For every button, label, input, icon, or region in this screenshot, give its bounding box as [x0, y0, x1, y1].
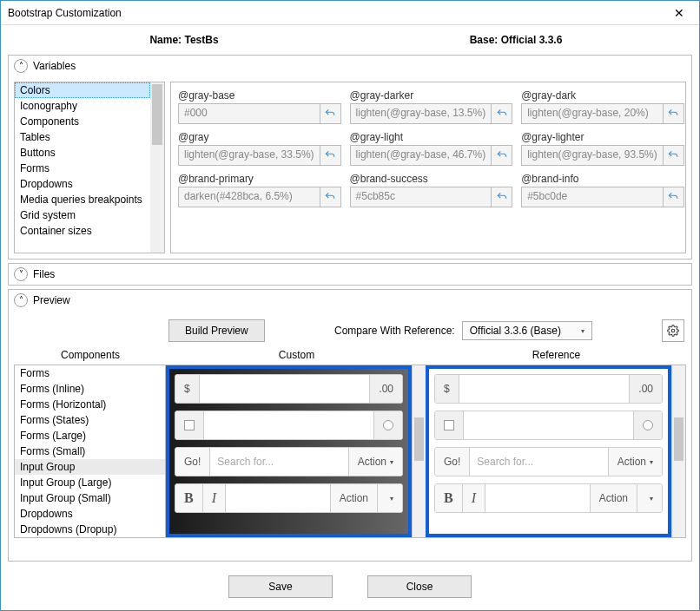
component-item[interactable]: Input Group: [15, 459, 165, 475]
save-button[interactable]: Save: [228, 575, 333, 598]
component-list[interactable]: FormsForms (Inline)Forms (Horizontal)For…: [15, 365, 166, 537]
variable-item: @graylighten(@gray-base, 33.5%): [178, 131, 341, 166]
undo-icon[interactable]: [663, 146, 683, 165]
name-value: TestBs: [184, 34, 218, 46]
reference-selected: Official 3.3.6 (Base): [470, 325, 561, 337]
build-preview-button[interactable]: Build Preview: [168, 319, 265, 342]
addon-radio[interactable]: [633, 411, 662, 439]
component-item[interactable]: Dropdowns: [15, 506, 165, 522]
undo-icon[interactable]: [320, 187, 340, 207]
variable-input[interactable]: lighten(@gray-base, 20%): [521, 103, 684, 124]
variable-category-item[interactable]: Grid system: [15, 207, 150, 223]
files-section: ˅ Files: [8, 263, 692, 286]
variable-category-item[interactable]: Media queries breakpoints: [15, 192, 150, 207]
variable-category-item[interactable]: Iconography: [15, 98, 150, 114]
input-group-currency[interactable]: $.00: [175, 374, 403, 404]
variable-item: @brand-success#5cb85c: [350, 173, 513, 207]
go-button[interactable]: Go!: [175, 448, 210, 476]
italic-button[interactable]: I: [203, 484, 226, 512]
variable-category-item[interactable]: Components: [15, 114, 150, 129]
input-group-check-radio[interactable]: [175, 411, 403, 440]
files-header[interactable]: ˅ Files: [9, 264, 691, 285]
italic-button[interactable]: I: [463, 484, 485, 512]
action-dropdown[interactable]: Action: [330, 484, 377, 512]
variable-input[interactable]: #5cb85c: [350, 187, 513, 207]
variable-category-item[interactable]: Dropdowns: [15, 176, 150, 192]
dropdown-caret-button[interactable]: ▾: [377, 484, 402, 512]
variable-input[interactable]: darken(#428bca, 6.5%): [178, 187, 341, 207]
undo-icon[interactable]: [320, 146, 340, 165]
component-item[interactable]: Forms (Horizontal): [15, 397, 165, 412]
addon-radio[interactable]: [373, 411, 402, 439]
variable-input[interactable]: lighten(@gray-base, 93.5%): [521, 145, 684, 166]
text-input[interactable]: [464, 411, 633, 439]
go-button[interactable]: Go!: [435, 448, 470, 476]
component-item[interactable]: Dropdowns (Dropup): [15, 522, 165, 537]
close-button[interactable]: Close: [367, 575, 472, 598]
settings-button[interactable]: [662, 319, 684, 342]
scrollbar[interactable]: [412, 365, 426, 537]
chevron-down-icon: ▾: [581, 327, 584, 335]
undo-icon[interactable]: [663, 187, 683, 207]
variables-header[interactable]: ˄ Variables: [9, 56, 691, 76]
text-input[interactable]: [485, 484, 590, 512]
text-input[interactable]: [226, 484, 330, 512]
undo-icon[interactable]: [491, 146, 512, 165]
reference-dropdown[interactable]: Official 3.3.6 (Base) ▾: [462, 321, 592, 340]
variable-input[interactable]: #000: [178, 103, 341, 124]
action-dropdown[interactable]: Action▾: [348, 448, 402, 476]
component-item[interactable]: Forms (Small): [15, 443, 165, 459]
variable-category-item[interactable]: Tables: [15, 129, 150, 145]
addon-checkbox[interactable]: [175, 411, 204, 439]
action-dropdown[interactable]: Action: [590, 484, 637, 512]
bold-button[interactable]: B: [175, 484, 203, 512]
variable-category-item[interactable]: Container sizes: [15, 223, 150, 239]
text-input[interactable]: [200, 375, 370, 403]
undo-icon[interactable]: [491, 104, 512, 123]
bold-button[interactable]: B: [435, 484, 463, 512]
search-input[interactable]: Search for...: [470, 448, 607, 476]
undo-icon[interactable]: [663, 104, 683, 123]
variable-input[interactable]: lighten(@gray-base, 46.7%): [350, 145, 513, 166]
variable-item: @gray-lighterlighten(@gray-base, 93.5%): [521, 131, 684, 166]
info-bar: Name: TestBs Base: Official 3.3.6: [1, 25, 699, 55]
svg-point-0: [671, 329, 675, 332]
dropdown-caret-button[interactable]: ▾: [637, 484, 662, 512]
close-icon[interactable]: ✕: [666, 6, 692, 20]
component-item[interactable]: Forms (Large): [15, 428, 165, 443]
component-item[interactable]: Input Group (Small): [15, 490, 165, 506]
text-input[interactable]: [459, 375, 630, 403]
variable-input[interactable]: lighten(@gray-base, 13.5%): [350, 103, 513, 124]
input-group-format[interactable]: BIAction▾: [175, 483, 403, 513]
scrollbar[interactable]: [150, 82, 164, 253]
component-item[interactable]: Forms: [15, 365, 165, 381]
variable-item: @gray-darklighten(@gray-base, 20%): [521, 89, 684, 124]
preview-section: ˄ Preview Build Preview Compare With Ref…: [8, 289, 692, 562]
reference-header: Reference: [426, 349, 686, 365]
undo-icon[interactable]: [320, 104, 340, 123]
variable-category-item[interactable]: Buttons: [15, 145, 150, 161]
variable-name: @gray-lighter: [521, 131, 684, 143]
input-group-format[interactable]: BIAction▾: [434, 483, 663, 513]
variable-input[interactable]: #5bc0de: [521, 187, 684, 207]
search-input[interactable]: Search for...: [210, 448, 347, 476]
input-group-search[interactable]: Go!Search for...Action▾: [175, 447, 403, 476]
component-item[interactable]: Input Group (Large): [15, 475, 165, 490]
variable-name: @gray-light: [350, 131, 513, 143]
variable-category-list[interactable]: ColorsIconographyComponentsTablesButtons…: [14, 82, 165, 253]
preview-header[interactable]: ˄ Preview: [9, 290, 691, 311]
component-item[interactable]: Forms (States): [15, 412, 165, 428]
preview-title: Preview: [33, 294, 70, 306]
input-group-check-radio[interactable]: [434, 411, 663, 440]
component-item[interactable]: Forms (Inline): [15, 381, 165, 397]
variable-category-item[interactable]: Colors: [15, 82, 150, 98]
scrollbar[interactable]: [671, 365, 685, 537]
variable-input[interactable]: lighten(@gray-base, 33.5%): [178, 145, 341, 166]
action-dropdown[interactable]: Action▾: [608, 448, 662, 476]
addon-checkbox[interactable]: [435, 411, 464, 439]
input-group-currency[interactable]: $.00: [434, 374, 663, 404]
undo-icon[interactable]: [491, 187, 512, 207]
variable-category-item[interactable]: Forms: [15, 161, 150, 176]
input-group-search[interactable]: Go!Search for...Action▾: [434, 447, 663, 476]
text-input[interactable]: [204, 411, 373, 439]
